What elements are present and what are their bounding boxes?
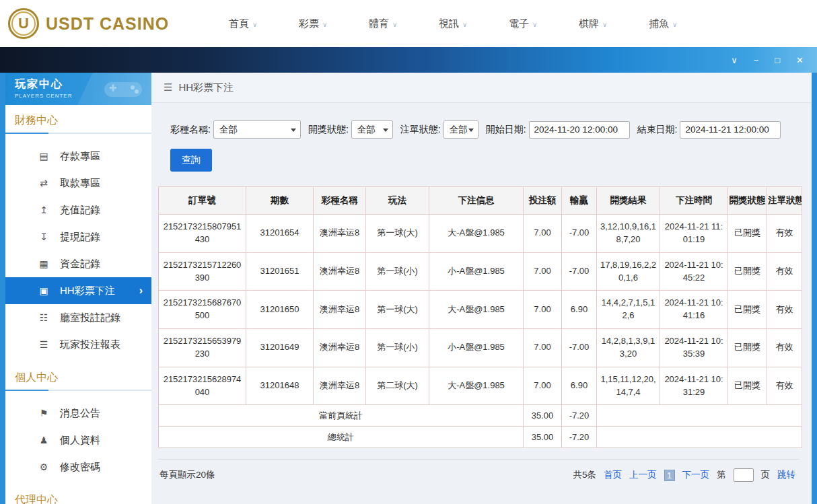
sidebar-item[interactable]: ⚙ 修改密碼 bbox=[5, 454, 151, 480]
sidebar-item[interactable]: ▣ HH彩票下注 › bbox=[5, 277, 151, 304]
lottery-label: 彩種名稱: bbox=[170, 124, 211, 136]
pagination-bar: 每頁顯示20條 共5条 首页 上一页 1 下一页 第 页 跳转 bbox=[158, 459, 800, 482]
cell-order: 2152173215712260390 bbox=[159, 252, 246, 291]
brand-monogram: U bbox=[18, 15, 29, 32]
top-nav-item[interactable]: 棋牌∨ bbox=[558, 17, 628, 30]
cell-period: 31201650 bbox=[246, 291, 314, 329]
table-header-cell: 下注時間 bbox=[660, 187, 728, 215]
top-nav-item[interactable]: 彩票∨ bbox=[278, 17, 348, 30]
cell-order: 2152173215687670500 bbox=[159, 291, 246, 329]
chevron-down-icon: ∨ bbox=[392, 21, 397, 28]
cell-play: 第二球(大) bbox=[366, 367, 429, 405]
cell-result: 14,4,2,7,1,5,12,6 bbox=[597, 291, 660, 329]
lottery-select-value: 全部 bbox=[219, 124, 238, 136]
cell-bet-info: 大-A盤@1.985 bbox=[429, 215, 524, 253]
table-header-cell: 期數 bbox=[246, 187, 314, 215]
cell-result: 17,8,19,16,2,20,1,6 bbox=[597, 252, 660, 291]
cell-winloss: 6.90 bbox=[562, 367, 597, 405]
cell-period: 31201649 bbox=[246, 329, 314, 367]
cell-play: 第一球(小) bbox=[366, 329, 429, 367]
bets-table: 訂單號期數彩種名稱玩法下注信息投注額輸贏開獎結果下注時間開獎狀態注單狀態 215… bbox=[158, 186, 802, 448]
cell-time: 2024-11-21 11:01:19 bbox=[660, 215, 728, 253]
start-date-input[interactable] bbox=[529, 121, 630, 139]
draw-status-select[interactable]: 全部 bbox=[351, 120, 393, 139]
sidebar-item-icon: ▣ bbox=[37, 285, 50, 296]
cell-play: 第一球(大) bbox=[366, 291, 429, 329]
chevron-down-icon: ∨ bbox=[532, 21, 537, 28]
sidebar-item-label: 存款專區 bbox=[60, 150, 100, 163]
lottery-select[interactable]: 全部 bbox=[213, 120, 301, 139]
sidebar-item-label: 充值記錄 bbox=[60, 204, 100, 217]
current-page-badge[interactable]: 1 bbox=[664, 470, 675, 481]
next-page-link[interactable]: 下一页 bbox=[682, 469, 710, 481]
sidebar-item[interactable]: ↧ 提現記錄 bbox=[5, 223, 151, 250]
sidebar-item[interactable]: ☰ 玩家投注報表 bbox=[5, 331, 151, 358]
order-status-select[interactable]: 全部 bbox=[443, 120, 478, 139]
sidebar-item-icon: ↧ bbox=[37, 231, 50, 242]
top-nav-item[interactable]: 視訊∨ bbox=[418, 17, 488, 30]
maximize-button[interactable]: □ bbox=[775, 56, 780, 65]
top-nav-item-label: 棋牌 bbox=[579, 17, 599, 29]
cell-lottery: 澳洲幸运8 bbox=[314, 291, 366, 329]
sidebar-item-icon: ♟ bbox=[37, 435, 50, 445]
table-row: 2152173215687670500 31201650 澳洲幸运8 第一球(大… bbox=[159, 291, 802, 329]
cell-winloss: -7.00 bbox=[562, 215, 597, 253]
chevron-down-icon: ∨ bbox=[602, 21, 607, 28]
jump-suffix-label: 页 bbox=[761, 469, 771, 481]
chevron-down-icon: ∨ bbox=[322, 21, 327, 28]
cell-result: 1,15,11,12,20,14,7,4 bbox=[597, 367, 660, 405]
sidebar-item-label: 個人資料 bbox=[60, 434, 100, 447]
cell-draw-status: 已開獎 bbox=[728, 329, 767, 367]
brand-logo-icon: U bbox=[8, 8, 39, 39]
cell-order-status: 有效 bbox=[767, 291, 802, 329]
top-nav-item[interactable]: 捕魚∨ bbox=[628, 17, 698, 30]
page-total-amount: 35.00 bbox=[524, 405, 562, 427]
chevron-down-icon: ∨ bbox=[672, 21, 677, 28]
sidebar-item[interactable]: ▤ 存款專區 bbox=[5, 143, 151, 170]
cell-bet-info: 大-A盤@1.985 bbox=[429, 367, 524, 405]
app-body: 玩家中心 PLAYERS CENTER 財務中心 ▤ 存款專區 bbox=[5, 73, 812, 504]
jump-link[interactable]: 跳转 bbox=[777, 469, 795, 481]
sidebar-item[interactable]: ⇄ 取款專區 bbox=[5, 170, 151, 196]
top-nav-item[interactable]: 電子∨ bbox=[488, 17, 558, 30]
end-date-input[interactable] bbox=[680, 121, 781, 139]
page-title-bar: ☰ HH彩票下注 bbox=[151, 73, 812, 103]
sidebar-section-finance: 財務中心 ▤ 存款專區 ⇄ 取款專區 bbox=[5, 105, 151, 362]
top-nav-item-label: 首頁 bbox=[229, 17, 249, 29]
table-header-cell: 下注信息 bbox=[429, 187, 524, 215]
top-nav-item[interactable]: 首頁∨ bbox=[208, 17, 278, 30]
filter-bar: 彩種名稱: 全部 開獎狀態: 全部 注單狀態: 全部 開始日期: 結束日期: bbox=[151, 103, 812, 139]
window-titlebar: ∨ − □ ✕ bbox=[0, 47, 817, 73]
page-total-empty bbox=[597, 405, 802, 427]
top-nav-item[interactable]: 體育∨ bbox=[348, 17, 418, 30]
sidebar-item[interactable]: ⚑ 消息公告 bbox=[5, 400, 151, 427]
close-button[interactable]: ✕ bbox=[796, 56, 804, 65]
per-page-label: 每頁顯示20條 bbox=[159, 469, 215, 481]
first-page-link[interactable]: 首页 bbox=[604, 469, 622, 481]
sidebar-item[interactable]: ☷ 廳室投註記錄 bbox=[5, 304, 151, 331]
search-button[interactable]: 查詢 bbox=[170, 149, 212, 172]
sidebar-item[interactable]: ♟ 個人資料 bbox=[5, 427, 151, 454]
sidebar-item-icon: ☷ bbox=[37, 312, 50, 323]
sidebar-item-label: HH彩票下注 bbox=[60, 285, 115, 297]
page-total-label: 當前頁統計 bbox=[159, 405, 524, 427]
sidebar-item-label: 廳室投註記錄 bbox=[60, 312, 120, 324]
sidebar-item-label: 提現記錄 bbox=[60, 231, 100, 244]
bets-table-wrap: 訂單號期數彩種名稱玩法下注信息投注額輸贏開獎結果下注時間開獎狀態注單狀態 215… bbox=[158, 186, 800, 448]
table-header-cell: 投注額 bbox=[524, 187, 562, 215]
prev-page-link[interactable]: 上一页 bbox=[629, 469, 657, 481]
sidebar-item[interactable]: ▦ 資金記錄 bbox=[5, 250, 151, 277]
sidebar-item-label: 玩家投注報表 bbox=[60, 338, 120, 351]
sidebar-item[interactable]: ↥ 充值記錄 bbox=[5, 196, 151, 223]
top-nav-item-label: 體育 bbox=[369, 17, 389, 29]
cell-order: 2152173215807951430 bbox=[159, 215, 246, 253]
cell-amount: 7.00 bbox=[524, 252, 562, 291]
select-arrow-icon bbox=[383, 129, 388, 132]
menu-icon[interactable]: ☰ bbox=[164, 81, 172, 94]
minimize-button[interactable]: − bbox=[754, 56, 759, 65]
chevron-down-icon[interactable]: ∨ bbox=[731, 56, 738, 65]
brand-logo[interactable]: U USDT CASINO bbox=[8, 8, 169, 39]
page-title: HH彩票下注 bbox=[178, 81, 234, 94]
jump-page-input[interactable] bbox=[734, 468, 754, 482]
sidebar-item-icon: ⚑ bbox=[37, 408, 50, 419]
